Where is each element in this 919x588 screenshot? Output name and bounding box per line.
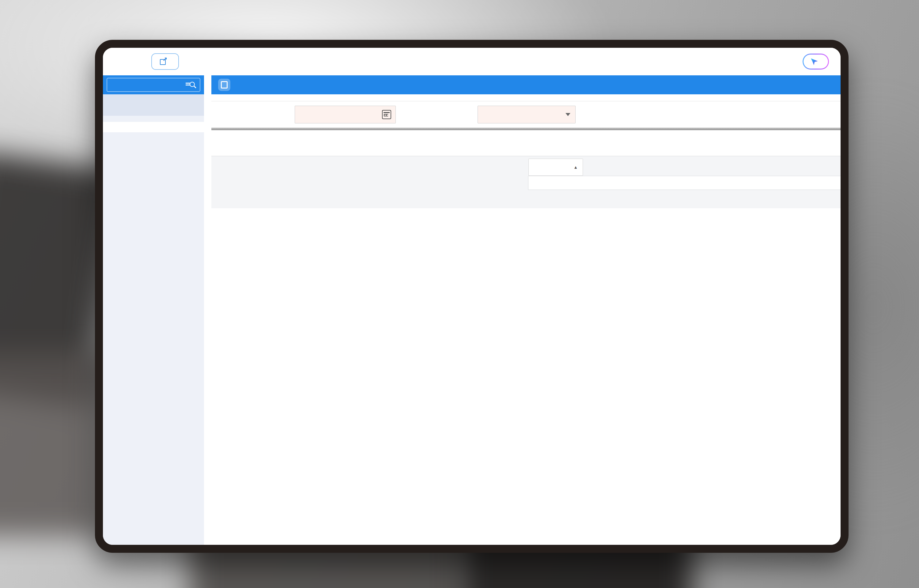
period-input[interactable] (295, 106, 396, 123)
sidebar-content-gutter (204, 75, 212, 545)
app-window: ▲ (95, 40, 848, 553)
sidebar-top-items (103, 116, 204, 122)
column-group-header (528, 176, 841, 190)
open-tab-button[interactable] (151, 53, 179, 70)
pivot-filter-dropzone[interactable] (212, 130, 841, 156)
sort-asc-icon: ▲ (573, 165, 578, 170)
column-field-button[interactable]: ▲ (528, 158, 583, 176)
chevron-down-icon (565, 113, 570, 116)
pivot-grid-body (212, 208, 841, 545)
column-headers (528, 176, 841, 208)
sidebar-bottom-items (103, 132, 204, 139)
filter-toolbar (212, 101, 841, 128)
menu-search-input[interactable] (107, 78, 200, 92)
main-row: ▲ (103, 75, 841, 545)
page-title-icon (218, 79, 230, 91)
background-shape (0, 352, 104, 536)
oneai-logo-icon (810, 58, 818, 66)
main-content: ▲ (212, 75, 841, 545)
sidebar-menu (103, 94, 204, 545)
structure-select[interactable] (478, 106, 576, 123)
sidebar-section-header (103, 94, 204, 116)
value-column-headers (528, 190, 841, 208)
oneai-button[interactable] (803, 53, 829, 69)
sidebar-tree (103, 122, 204, 132)
splitter-bar[interactable] (212, 128, 841, 130)
search-icon[interactable] (186, 81, 196, 89)
external-link-icon (160, 58, 166, 65)
menu-search-bar (103, 75, 204, 94)
top-bar (103, 48, 841, 75)
sidebar (103, 75, 204, 545)
calendar-icon[interactable] (382, 110, 391, 119)
pivot-header: ▲ (212, 156, 841, 208)
page-header (212, 75, 841, 94)
